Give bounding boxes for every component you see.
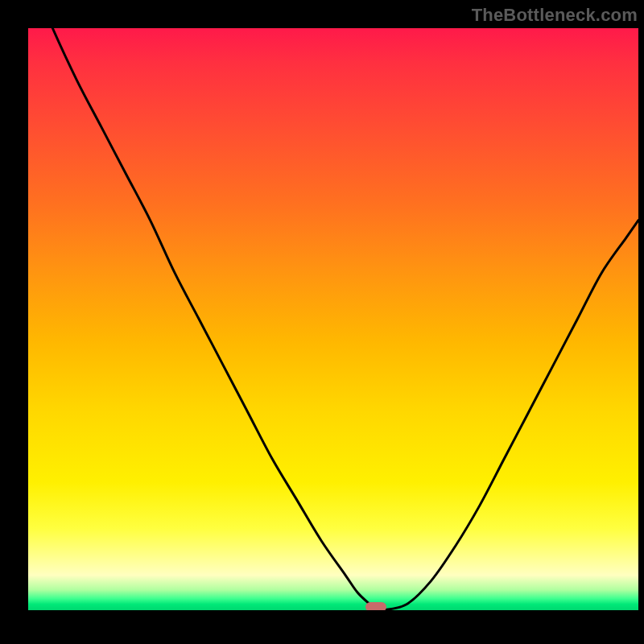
optimal-marker	[365, 602, 386, 610]
plot-area	[28, 28, 638, 610]
curve-svg	[28, 28, 638, 610]
watermark-text: TheBottleneck.com	[472, 5, 638, 26]
bottleneck-curve-path	[28, 28, 638, 610]
chart-frame: TheBottleneck.com	[0, 0, 644, 644]
